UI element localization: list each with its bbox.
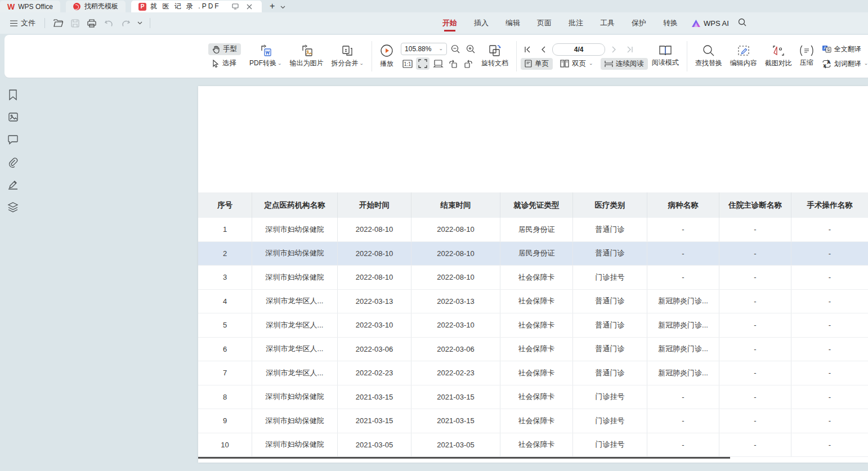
pdf-convert-button[interactable]: PDF转换⌄ [245,42,286,70]
thumbnail-icon[interactable] [6,110,20,124]
table-cell: - [791,409,868,433]
edit-pencil-icon [737,44,750,57]
menu-tools[interactable]: 工具 [592,15,623,32]
table-cell: - [719,433,791,457]
table-cell: 社会保障卡 [500,409,573,433]
table-cell: 2021-03-15 [411,385,500,409]
table-cell: - [719,313,791,337]
edit-content-button[interactable]: 编辑内容 [726,42,761,70]
comment-icon[interactable] [6,133,20,146]
table-cell: - [791,313,868,337]
find-replace-button[interactable]: 查找替换 [691,42,726,70]
zoom-level-combobox[interactable]: 105.88%⌄ [401,43,447,55]
table-cell: 社会保障卡 [500,266,573,289]
table-body: 1深圳市妇幼保健院2022-08-102022-08-10居民身份证普通门诊--… [198,218,868,457]
menu-page[interactable]: 页面 [529,15,560,32]
rotate-left-button[interactable] [446,57,460,70]
open-file-button[interactable] [51,16,65,30]
tab-list-chevron-icon[interactable] [280,1,285,11]
svg-text:A: A [827,60,830,65]
table-cell: 8 [198,385,252,409]
pointer-mode-group: 手型 选择 [208,43,241,69]
file-menu-button[interactable]: 文件 [7,16,39,30]
wps-ai-button[interactable]: WPS AI [686,19,735,28]
table-cell: 2021-03-15 [338,385,411,409]
menu-home[interactable]: 开始 [434,15,466,32]
next-page-button[interactable] [607,43,621,56]
actual-size-button[interactable]: 1:1 [401,57,414,70]
menu-convert[interactable]: 转换 [655,15,686,32]
table-cell: 深圳市龙华区人... [252,361,338,385]
save-button[interactable] [68,16,82,30]
tab-wps-home[interactable]: W WPS Office [0,1,60,12]
rotate-document-button[interactable]: 旋转文档 [477,42,512,70]
fit-page-button[interactable] [416,57,429,70]
table-cell: 2022-03-10 [338,313,411,337]
tab-docer-templates[interactable]: 找稻壳模板 [66,1,126,12]
bookmark-icon[interactable] [6,88,20,101]
screenshot-compare-button[interactable]: 截图对比 [761,42,796,70]
table-cell: 2022-03-06 [411,338,500,361]
word-translate-button[interactable]: x A 划词翻译⌄ [820,59,868,69]
new-tab-button[interactable]: + [270,1,275,11]
print-button[interactable] [84,16,99,30]
single-page-icon [525,60,532,68]
select-tool-button[interactable]: 选择 [208,57,241,69]
menu-edit[interactable]: 编辑 [497,15,529,32]
document-title: 就 医 记 录 .PDF [150,2,221,11]
redo-button[interactable] [118,16,133,30]
play-slideshow-button[interactable]: 播放 [376,42,397,71]
table-cell: 9 [198,409,252,433]
table-cell: 深圳市龙华区人... [252,313,338,337]
screenshot-compare-icon [772,44,785,57]
read-mode-button[interactable]: 阅读模式 [648,43,683,70]
rotate-right-button[interactable] [462,57,475,70]
continuous-reading-icon [605,60,613,68]
column-header: 结束时间 [411,192,500,218]
page-number-input[interactable]: 4/4 [552,43,605,56]
table-cell: 2 [198,242,252,266]
present-monitor-icon[interactable] [230,2,240,12]
table-cell: - [719,266,791,289]
split-merge-button[interactable]: 拆分合并⌄ [328,42,368,70]
table-cell: 门诊挂号 [573,433,647,457]
fit-width-button[interactable] [431,57,445,70]
menu-protect[interactable]: 保护 [623,15,655,32]
full-text-translate-button[interactable]: A 全文翻译 [820,44,868,55]
layers-icon[interactable] [6,200,20,214]
table-cell: 2022-03-10 [411,313,500,337]
previous-page-button[interactable] [536,43,550,56]
menu-insert[interactable]: 插入 [466,15,497,32]
last-page-button[interactable] [623,43,637,56]
menu-comment[interactable]: 批注 [560,15,592,32]
continuous-reading-button[interactable]: 连续阅读 [601,58,648,70]
first-page-button[interactable] [521,43,534,56]
export-as-image-button[interactable]: 输出为图片 [286,42,328,70]
table-cell: 2022-02-23 [338,361,411,385]
search-icon [703,44,715,57]
table-cell: 2022-03-06 [338,338,411,361]
undo-button[interactable] [101,16,116,30]
table-cell: 普通门诊 [573,218,647,241]
close-tab-icon[interactable] [244,2,254,12]
hand-tool-button[interactable]: 手型 [208,43,241,55]
single-page-view-button[interactable]: 单页 [521,58,553,70]
menu-search-icon[interactable] [738,18,746,28]
ribbon-toolbar: 手型 选择 PDF转换⌄ 输出为图片 拆分合并⌄ 播放 [5,35,868,78]
zoom-out-button[interactable] [449,43,462,55]
column-header: 定点医药机构名称 [252,192,338,218]
table-cell: - [791,242,868,266]
svg-text:1:1: 1:1 [404,62,411,67]
quick-access-chevron-icon[interactable] [135,16,144,30]
split-merge-icon [341,44,354,57]
signature-icon[interactable] [6,178,20,191]
table-row: 8深圳市妇幼保健院2021-03-152021-03-15社会保障卡门诊挂号--… [198,385,868,410]
compress-button[interactable]: 压缩 [796,43,817,70]
table-cell: - [719,361,791,385]
double-page-view-button[interactable]: 双页⌄ [556,58,597,70]
attachment-icon[interactable] [6,155,20,169]
table-cell: 门诊挂号 [573,409,647,433]
table-cell: 4 [198,290,252,313]
zoom-in-button[interactable] [464,43,477,55]
tab-document-active[interactable]: P 就 医 记 录 .PDF [131,1,262,12]
